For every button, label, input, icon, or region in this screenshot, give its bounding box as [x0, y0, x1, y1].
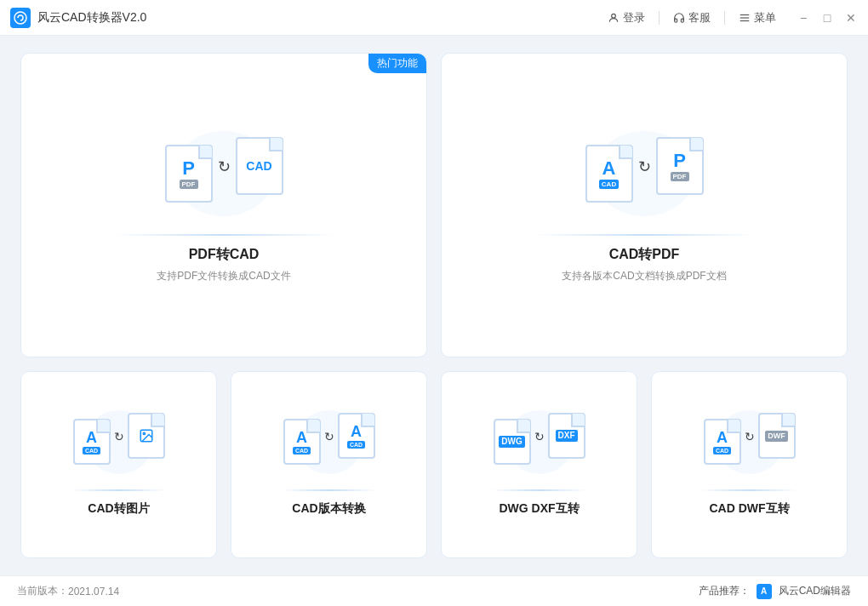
- card-divider3: [71, 489, 167, 491]
- minimize-button[interactable]: −: [797, 11, 810, 25]
- service-button[interactable]: 客服: [673, 10, 711, 26]
- version-label: 当前版本：: [17, 584, 68, 598]
- pdf-file-icon-large: P PDF: [656, 137, 704, 195]
- cad-version-icon: A CAD ↻ A CAD: [291, 408, 368, 476]
- divider2: [724, 11, 725, 25]
- cad-version-title: CAD版本转换: [292, 501, 365, 517]
- bottom-row: A CAD ↻ CAD转图片: [20, 371, 848, 558]
- window-controls: − □ ✕: [797, 11, 858, 25]
- card-divider: [112, 234, 335, 236]
- img-icon: [128, 413, 165, 459]
- main-content: 热门功能 P PDF ↻ CAD: [0, 36, 868, 575]
- cad-dwf-card[interactable]: A CAD ↻ DWF CAD DWF互转: [651, 371, 848, 558]
- card-divider4: [281, 489, 377, 491]
- dwg-dxf-card[interactable]: DWG ↻ DXF DWG DXF互转: [441, 371, 637, 558]
- dwg-icon: DWG: [494, 419, 531, 465]
- card-divider5: [491, 489, 587, 491]
- cad-to-img-card[interactable]: A CAD ↻ CAD转图片: [20, 371, 217, 558]
- card-divider6: [701, 489, 797, 491]
- cad-to-pdf-title: CAD转PDF: [609, 246, 680, 264]
- statusbar-right: 产品推荐： A 风云CAD编辑器: [699, 584, 851, 599]
- cad-file-icon-small: CAD: [236, 137, 283, 195]
- cad-to-pdf-desc: 支持各版本CAD文档转换成PDF文档: [562, 269, 726, 283]
- hot-badge: 热门功能: [368, 54, 426, 73]
- pdf-to-cad-desc: 支持PDF文件转换成CAD文件: [157, 269, 290, 283]
- svg-point-0: [14, 12, 26, 24]
- cad-version-card[interactable]: A CAD ↻ A CAD CAD版本转换: [231, 371, 427, 558]
- cad-dwf-icon: A CAD ↻ DWF: [711, 408, 788, 476]
- cad-v1-icon: A CAD: [283, 419, 321, 465]
- dwf-icon: DWF: [758, 413, 796, 459]
- login-button[interactable]: 登录: [608, 10, 645, 26]
- dxf-icon: DXF: [548, 413, 585, 459]
- cad-file-icon-large: A CAD: [585, 145, 633, 203]
- pdf-to-cad-title: PDF转CAD: [189, 246, 260, 264]
- pdf-to-cad-card[interactable]: 热门功能 P PDF ↻ CAD: [20, 53, 427, 357]
- cad-to-pdf-card[interactable]: A CAD ↻ P PDF CAD转PDF: [441, 53, 848, 357]
- app-logo: [10, 8, 31, 28]
- divider: [659, 11, 660, 25]
- cad-dwf-title: CAD DWF互转: [709, 501, 789, 517]
- maximize-button[interactable]: □: [820, 11, 834, 25]
- titlebar: 风云CAD转换器V2.0 登录 客服 菜单 − □ ✕: [0, 0, 868, 36]
- menu-button[interactable]: 菜单: [739, 10, 776, 26]
- cad-sm-icon: A CAD: [73, 419, 111, 465]
- close-button[interactable]: ✕: [844, 11, 858, 25]
- product-logo-mini: A: [757, 584, 772, 599]
- card-divider2: [533, 234, 756, 236]
- app-title: 风云CAD转换器V2.0: [37, 10, 608, 26]
- pdf-file-icon: P PDF: [165, 145, 213, 203]
- cad-to-pdf-icon: A CAD ↻ P PDF: [593, 127, 695, 220]
- version-value: 2021.07.14: [68, 586, 119, 597]
- product-label: 产品推荐：: [699, 584, 750, 598]
- cad-dwf-a-icon: A CAD: [704, 419, 741, 465]
- pdf-to-cad-icon: P PDF ↻ CAD: [173, 127, 275, 220]
- dwg-dxf-title: DWG DXF互转: [499, 501, 579, 517]
- titlebar-actions: 登录 客服 菜单 − □ ✕: [608, 10, 858, 26]
- top-row: 热门功能 P PDF ↻ CAD: [20, 53, 848, 357]
- cad-to-img-title: CAD转图片: [88, 501, 149, 517]
- dwg-dxf-icon: DWG ↻ DXF: [501, 408, 578, 476]
- cad-v2-icon: A CAD: [338, 413, 375, 459]
- cad-to-img-icon: A CAD ↻: [81, 408, 157, 476]
- product-name: 风云CAD编辑器: [779, 584, 851, 598]
- statusbar: 当前版本： 2021.07.14 产品推荐： A 风云CAD编辑器: [0, 575, 868, 606]
- svg-point-6: [143, 432, 145, 434]
- svg-point-1: [612, 14, 616, 18]
